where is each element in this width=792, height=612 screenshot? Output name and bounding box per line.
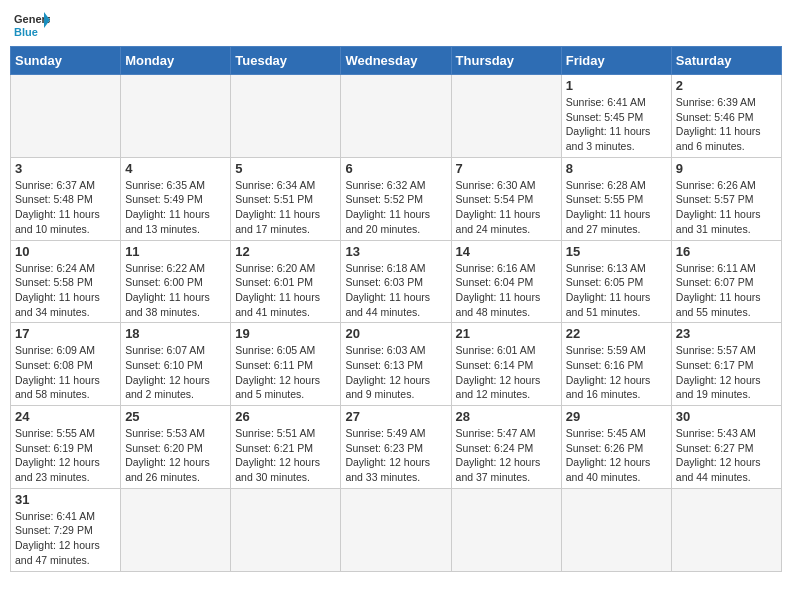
- day-info: Sunrise: 5:55 AM Sunset: 6:19 PM Dayligh…: [15, 426, 116, 485]
- header-tuesday: Tuesday: [231, 47, 341, 75]
- week-row-2: 10Sunrise: 6:24 AM Sunset: 5:58 PM Dayli…: [11, 240, 782, 323]
- day-number: 8: [566, 161, 667, 176]
- day-number: 17: [15, 326, 116, 341]
- day-number: 6: [345, 161, 446, 176]
- day-number: 14: [456, 244, 557, 259]
- day-number: 13: [345, 244, 446, 259]
- day-info: Sunrise: 6:01 AM Sunset: 6:14 PM Dayligh…: [456, 343, 557, 402]
- day-cell: 30Sunrise: 5:43 AM Sunset: 6:27 PM Dayli…: [671, 406, 781, 489]
- day-number: 3: [15, 161, 116, 176]
- day-cell: [121, 488, 231, 571]
- day-cell: 28Sunrise: 5:47 AM Sunset: 6:24 PM Dayli…: [451, 406, 561, 489]
- week-row-0: 1Sunrise: 6:41 AM Sunset: 5:45 PM Daylig…: [11, 75, 782, 158]
- day-info: Sunrise: 5:57 AM Sunset: 6:17 PM Dayligh…: [676, 343, 777, 402]
- day-info: Sunrise: 6:11 AM Sunset: 6:07 PM Dayligh…: [676, 261, 777, 320]
- day-info: Sunrise: 6:22 AM Sunset: 6:00 PM Dayligh…: [125, 261, 226, 320]
- day-number: 10: [15, 244, 116, 259]
- header-thursday: Thursday: [451, 47, 561, 75]
- day-number: 24: [15, 409, 116, 424]
- day-cell: [561, 488, 671, 571]
- day-info: Sunrise: 6:41 AM Sunset: 7:29 PM Dayligh…: [15, 509, 116, 568]
- day-info: Sunrise: 6:13 AM Sunset: 6:05 PM Dayligh…: [566, 261, 667, 320]
- day-number: 7: [456, 161, 557, 176]
- day-info: Sunrise: 6:30 AM Sunset: 5:54 PM Dayligh…: [456, 178, 557, 237]
- day-number: 5: [235, 161, 336, 176]
- day-number: 2: [676, 78, 777, 93]
- calendar-header-row: SundayMondayTuesdayWednesdayThursdayFrid…: [11, 47, 782, 75]
- week-row-5: 31Sunrise: 6:41 AM Sunset: 7:29 PM Dayli…: [11, 488, 782, 571]
- day-info: Sunrise: 6:24 AM Sunset: 5:58 PM Dayligh…: [15, 261, 116, 320]
- day-cell: 12Sunrise: 6:20 AM Sunset: 6:01 PM Dayli…: [231, 240, 341, 323]
- day-info: Sunrise: 6:09 AM Sunset: 6:08 PM Dayligh…: [15, 343, 116, 402]
- day-cell: 26Sunrise: 5:51 AM Sunset: 6:21 PM Dayli…: [231, 406, 341, 489]
- day-cell: [231, 75, 341, 158]
- day-cell: 11Sunrise: 6:22 AM Sunset: 6:00 PM Dayli…: [121, 240, 231, 323]
- day-number: 16: [676, 244, 777, 259]
- day-cell: 7Sunrise: 6:30 AM Sunset: 5:54 PM Daylig…: [451, 157, 561, 240]
- day-number: 29: [566, 409, 667, 424]
- day-info: Sunrise: 6:20 AM Sunset: 6:01 PM Dayligh…: [235, 261, 336, 320]
- day-number: 30: [676, 409, 777, 424]
- svg-text:Blue: Blue: [14, 26, 38, 38]
- day-cell: 1Sunrise: 6:41 AM Sunset: 5:45 PM Daylig…: [561, 75, 671, 158]
- day-info: Sunrise: 5:53 AM Sunset: 6:20 PM Dayligh…: [125, 426, 226, 485]
- day-cell: [341, 75, 451, 158]
- day-info: Sunrise: 6:16 AM Sunset: 6:04 PM Dayligh…: [456, 261, 557, 320]
- day-number: 31: [15, 492, 116, 507]
- day-cell: [341, 488, 451, 571]
- day-cell: 27Sunrise: 5:49 AM Sunset: 6:23 PM Dayli…: [341, 406, 451, 489]
- page-header: General Blue: [10, 10, 782, 38]
- day-cell: 24Sunrise: 5:55 AM Sunset: 6:19 PM Dayli…: [11, 406, 121, 489]
- day-cell: 23Sunrise: 5:57 AM Sunset: 6:17 PM Dayli…: [671, 323, 781, 406]
- day-number: 18: [125, 326, 226, 341]
- day-info: Sunrise: 6:07 AM Sunset: 6:10 PM Dayligh…: [125, 343, 226, 402]
- week-row-3: 17Sunrise: 6:09 AM Sunset: 6:08 PM Dayli…: [11, 323, 782, 406]
- day-cell: 25Sunrise: 5:53 AM Sunset: 6:20 PM Dayli…: [121, 406, 231, 489]
- day-number: 28: [456, 409, 557, 424]
- day-number: 21: [456, 326, 557, 341]
- day-number: 25: [125, 409, 226, 424]
- day-number: 1: [566, 78, 667, 93]
- day-cell: 17Sunrise: 6:09 AM Sunset: 6:08 PM Dayli…: [11, 323, 121, 406]
- day-cell: [231, 488, 341, 571]
- day-number: 12: [235, 244, 336, 259]
- day-info: Sunrise: 6:41 AM Sunset: 5:45 PM Dayligh…: [566, 95, 667, 154]
- day-cell: 6Sunrise: 6:32 AM Sunset: 5:52 PM Daylig…: [341, 157, 451, 240]
- header-wednesday: Wednesday: [341, 47, 451, 75]
- day-cell: 20Sunrise: 6:03 AM Sunset: 6:13 PM Dayli…: [341, 323, 451, 406]
- day-number: 27: [345, 409, 446, 424]
- generalblue-logo-icon: General Blue: [14, 10, 50, 38]
- day-info: Sunrise: 5:49 AM Sunset: 6:23 PM Dayligh…: [345, 426, 446, 485]
- day-cell: 8Sunrise: 6:28 AM Sunset: 5:55 PM Daylig…: [561, 157, 671, 240]
- day-cell: 3Sunrise: 6:37 AM Sunset: 5:48 PM Daylig…: [11, 157, 121, 240]
- week-row-1: 3Sunrise: 6:37 AM Sunset: 5:48 PM Daylig…: [11, 157, 782, 240]
- day-info: Sunrise: 6:18 AM Sunset: 6:03 PM Dayligh…: [345, 261, 446, 320]
- day-cell: 18Sunrise: 6:07 AM Sunset: 6:10 PM Dayli…: [121, 323, 231, 406]
- day-number: 23: [676, 326, 777, 341]
- week-row-4: 24Sunrise: 5:55 AM Sunset: 6:19 PM Dayli…: [11, 406, 782, 489]
- day-cell: 5Sunrise: 6:34 AM Sunset: 5:51 PM Daylig…: [231, 157, 341, 240]
- day-cell: 16Sunrise: 6:11 AM Sunset: 6:07 PM Dayli…: [671, 240, 781, 323]
- day-info: Sunrise: 5:51 AM Sunset: 6:21 PM Dayligh…: [235, 426, 336, 485]
- day-info: Sunrise: 6:05 AM Sunset: 6:11 PM Dayligh…: [235, 343, 336, 402]
- day-number: 9: [676, 161, 777, 176]
- header-saturday: Saturday: [671, 47, 781, 75]
- calendar-table: SundayMondayTuesdayWednesdayThursdayFrid…: [10, 46, 782, 572]
- day-cell: 21Sunrise: 6:01 AM Sunset: 6:14 PM Dayli…: [451, 323, 561, 406]
- day-cell: 31Sunrise: 6:41 AM Sunset: 7:29 PM Dayli…: [11, 488, 121, 571]
- header-friday: Friday: [561, 47, 671, 75]
- day-number: 22: [566, 326, 667, 341]
- day-info: Sunrise: 6:32 AM Sunset: 5:52 PM Dayligh…: [345, 178, 446, 237]
- day-info: Sunrise: 6:26 AM Sunset: 5:57 PM Dayligh…: [676, 178, 777, 237]
- day-number: 19: [235, 326, 336, 341]
- day-cell: 13Sunrise: 6:18 AM Sunset: 6:03 PM Dayli…: [341, 240, 451, 323]
- day-info: Sunrise: 5:45 AM Sunset: 6:26 PM Dayligh…: [566, 426, 667, 485]
- day-cell: [451, 488, 561, 571]
- day-info: Sunrise: 5:59 AM Sunset: 6:16 PM Dayligh…: [566, 343, 667, 402]
- day-number: 15: [566, 244, 667, 259]
- day-info: Sunrise: 6:03 AM Sunset: 6:13 PM Dayligh…: [345, 343, 446, 402]
- day-cell: 2Sunrise: 6:39 AM Sunset: 5:46 PM Daylig…: [671, 75, 781, 158]
- day-number: 4: [125, 161, 226, 176]
- day-cell: 9Sunrise: 6:26 AM Sunset: 5:57 PM Daylig…: [671, 157, 781, 240]
- day-number: 26: [235, 409, 336, 424]
